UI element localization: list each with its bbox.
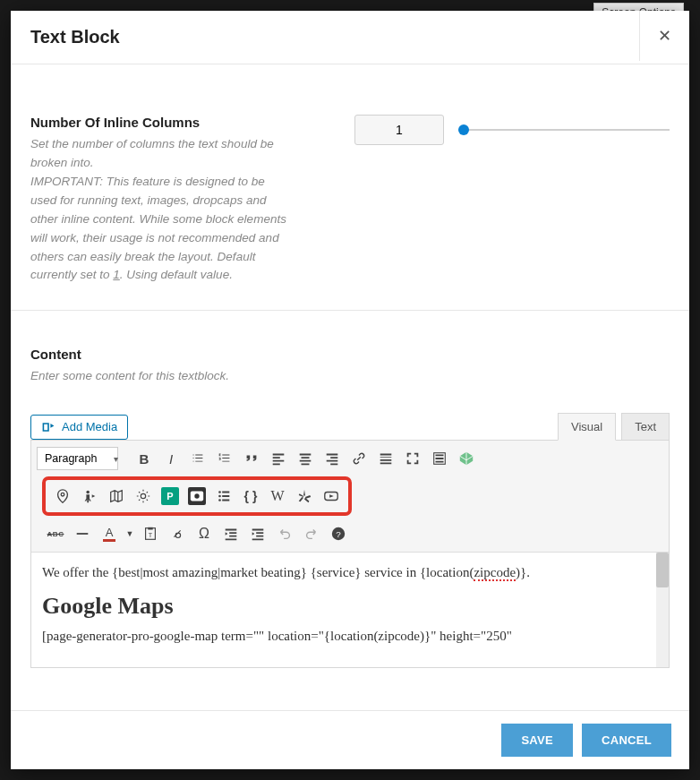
content-title: Content xyxy=(30,347,670,362)
spellcheck-mark: zipcode xyxy=(474,565,516,581)
svg-point-5 xyxy=(194,494,199,499)
insert-more-button[interactable] xyxy=(373,446,398,471)
content-heading: Google Maps xyxy=(42,593,658,620)
svg-point-2 xyxy=(86,491,90,494)
editor-top-row: Add Media Visual Text xyxy=(30,413,670,441)
save-button[interactable]: SAVE xyxy=(501,724,573,757)
modal-header: Text Block ✕ xyxy=(11,11,689,64)
content-desc: Enter some content for this textblock. xyxy=(30,367,670,386)
editor: Paragraph B I xyxy=(30,440,670,668)
link-button[interactable] xyxy=(346,446,371,471)
special-char-button[interactable]: Ω xyxy=(192,521,217,546)
close-icon: ✕ xyxy=(658,26,671,46)
columns-input[interactable] xyxy=(354,115,444,145)
svg-text:?: ? xyxy=(336,529,341,539)
media-icon xyxy=(41,420,55,434)
outdent-button[interactable] xyxy=(218,521,243,546)
modal-title: Text Block xyxy=(30,27,120,47)
columns-slider[interactable] xyxy=(458,123,670,137)
plugin-toolbar-highlight: P { } W xyxy=(42,476,352,516)
fullscreen-button[interactable] xyxy=(400,446,425,471)
slider-thumb[interactable] xyxy=(458,124,469,135)
editor-toolbar: Paragraph B I xyxy=(31,441,669,553)
align-right-button[interactable] xyxy=(320,446,345,471)
text-block-modal: Text Block ✕ Number Of Inline Columns Se… xyxy=(11,11,689,769)
redo-button[interactable] xyxy=(299,521,324,546)
weather-icon[interactable] xyxy=(131,484,156,509)
svg-point-7 xyxy=(218,495,221,498)
youtube-icon[interactable] xyxy=(319,484,344,509)
svg-point-6 xyxy=(218,491,221,493)
yelp-icon[interactable] xyxy=(292,484,317,509)
content-shortcode: [page-generator-pro-google-map term="" l… xyxy=(42,629,658,644)
add-media-button[interactable]: Add Media xyxy=(30,415,128,440)
bullet-list-button[interactable] xyxy=(185,446,210,471)
svg-point-1 xyxy=(61,493,64,497)
numbered-list-button[interactable] xyxy=(212,446,237,471)
text-color-button[interactable]: A xyxy=(97,521,122,546)
content-paragraph: We offer the {best|most amazing|market b… xyxy=(42,565,658,580)
align-center-button[interactable] xyxy=(293,446,318,471)
close-button[interactable]: ✕ xyxy=(639,11,689,61)
columns-label-col: Number Of Inline Columns Set the number … xyxy=(30,115,290,285)
columns-default-link[interactable]: 1 xyxy=(113,268,120,281)
columns-section: Number Of Inline Columns Set the number … xyxy=(11,64,689,311)
content-section: Content Enter some content for this text… xyxy=(11,311,689,693)
columns-desc: Set the number of columns the text shoul… xyxy=(30,135,290,285)
avia-builder-icon[interactable] xyxy=(454,446,479,471)
columns-title: Number Of Inline Columns xyxy=(30,115,290,130)
wikipedia-icon[interactable]: W xyxy=(265,484,290,509)
paste-text-button[interactable]: T xyxy=(138,521,163,546)
align-left-button[interactable] xyxy=(266,446,291,471)
svg-text:T: T xyxy=(149,531,153,539)
columns-control xyxy=(354,115,670,145)
location-pin-icon[interactable] xyxy=(50,484,75,509)
svg-point-3 xyxy=(141,494,145,499)
bold-button[interactable]: B xyxy=(132,446,157,471)
map-icon[interactable] xyxy=(104,484,129,509)
editor-scrollbar[interactable] xyxy=(656,553,669,667)
modal-footer: SAVE CANCEL xyxy=(11,710,689,769)
undo-button[interactable] xyxy=(272,521,297,546)
pexels-icon[interactable]: P xyxy=(158,484,183,509)
tab-text[interactable]: Text xyxy=(621,413,670,441)
tab-visual[interactable]: Visual xyxy=(558,413,616,441)
text-color-dropdown[interactable]: ▼ xyxy=(124,521,136,546)
toolbar-toggle-button[interactable] xyxy=(427,446,452,471)
editor-textarea[interactable]: We offer the {best|most amazing|market b… xyxy=(31,553,669,667)
clear-formatting-button[interactable] xyxy=(165,521,190,546)
related-links-icon[interactable] xyxy=(211,484,236,509)
spintax-icon[interactable]: { } xyxy=(238,484,263,509)
indent-button[interactable] xyxy=(245,521,270,546)
pixabay-icon[interactable] xyxy=(184,484,209,509)
horizontal-rule-button[interactable] xyxy=(70,521,95,546)
cancel-button[interactable]: CANCEL xyxy=(582,724,671,757)
paragraph-select[interactable]: Paragraph xyxy=(37,447,118,470)
editor-mode-tabs: Visual Text xyxy=(558,413,670,441)
svg-point-8 xyxy=(218,499,221,501)
strikethrough-button[interactable]: ABC xyxy=(43,521,68,546)
blockquote-button[interactable] xyxy=(239,446,264,471)
modal-body: Number Of Inline Columns Set the number … xyxy=(11,64,689,710)
italic-button[interactable]: I xyxy=(158,446,184,471)
help-button[interactable]: ? xyxy=(326,521,351,546)
street-view-icon[interactable] xyxy=(77,484,102,509)
